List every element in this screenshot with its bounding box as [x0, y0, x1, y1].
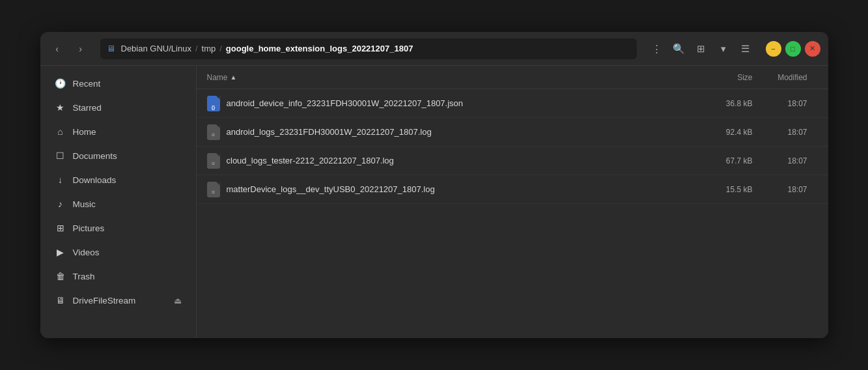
table-row[interactable]: android_device_info_23231FDH30001W_20221…	[197, 89, 828, 118]
home-icon: ⌂	[55, 126, 66, 137]
table-row[interactable]: cloud_logs_tester-2212_20221207_1807.log…	[197, 147, 828, 175]
titlebar: ‹ › 🖥 Debian GNU/Linux / tmp / google_ho…	[40, 32, 828, 66]
file-name: cloud_logs_tester-2212_20221207_1807.log	[227, 156, 688, 165]
sidebar-item-videos[interactable]: ▶ Videos	[44, 240, 192, 264]
os-icon: 🖥	[107, 44, 117, 54]
sidebar-label-downloads: Downloads	[73, 175, 182, 185]
recent-icon: 🕐	[55, 78, 66, 89]
sidebar-item-downloads[interactable]: ↓ Downloads	[44, 168, 192, 192]
sidebar: 🕐 Recent ★ Starred ⌂ Home ☐ Documents ↓ …	[40, 66, 197, 338]
sidebar-label-drivefilestream: DriveFileStream	[73, 296, 167, 306]
window-body: 🕐 Recent ★ Starred ⌂ Home ☐ Documents ↓ …	[40, 66, 828, 338]
sidebar-item-trash[interactable]: 🗑 Trash	[44, 264, 192, 288]
view-toggle-button[interactable]: ▾	[714, 39, 733, 59]
file-list: Name ▲ Size Modified android_device_info…	[197, 66, 828, 338]
sidebar-label-trash: Trash	[73, 272, 182, 281]
sidebar-item-documents[interactable]: ☐ Documents	[44, 144, 192, 167]
window-controls: − □ ✕	[766, 41, 820, 57]
sidebar-label-videos: Videos	[73, 248, 182, 257]
file-icon-wrap	[207, 124, 227, 140]
path-bar[interactable]: 🖥 Debian GNU/Linux / tmp / google_home_e…	[100, 38, 637, 59]
eject-icon[interactable]: ⏏	[174, 296, 182, 306]
sidebar-item-home[interactable]: ⌂ Home	[44, 120, 192, 143]
json-file-icon	[207, 96, 220, 111]
pictures-icon: ⊞	[55, 223, 66, 233]
minimize-button[interactable]: −	[766, 41, 781, 57]
file-size: 92.4 kB	[688, 128, 753, 137]
sidebar-item-music[interactable]: ♪ Music	[44, 192, 192, 216]
sort-arrow-icon: ▲	[231, 74, 237, 81]
sidebar-label-pictures: Pictures	[73, 223, 182, 233]
sidebar-item-drivefilestream[interactable]: 🖥 DriveFileStream ⏏	[44, 289, 192, 312]
music-icon: ♪	[55, 199, 66, 209]
log-file-icon	[207, 153, 220, 169]
sidebar-label-documents: Documents	[73, 151, 182, 161]
path-segment-current: google_home_extension_logs_20221207_1807	[226, 44, 413, 53]
restore-button[interactable]: □	[785, 41, 801, 57]
search-button[interactable]: 🔍	[669, 39, 689, 59]
table-row[interactable]: android_logs_23231FDH30001W_20221207_180…	[197, 118, 828, 147]
starred-icon: ★	[55, 102, 66, 113]
sidebar-item-pictures[interactable]: ⊞ Pictures	[44, 216, 192, 240]
col-size-header[interactable]: Size	[688, 73, 753, 82]
view-list-button[interactable]: ☰	[736, 39, 755, 59]
nav-back-button[interactable]: ‹	[48, 40, 66, 58]
file-manager-window: ‹ › 🖥 Debian GNU/Linux / tmp / google_ho…	[40, 32, 828, 338]
file-modified: 18:07	[753, 128, 818, 137]
path-sep-1: /	[195, 44, 198, 53]
drivefilestream-icon: 🖥	[55, 295, 66, 306]
more-options-button[interactable]: ⋮	[647, 39, 667, 59]
file-size: 15.5 kB	[688, 185, 753, 194]
nav-forward-button[interactable]: ›	[72, 40, 90, 58]
file-modified: 18:07	[753, 185, 818, 194]
path-sep-2: /	[219, 44, 222, 53]
file-list-header: Name ▲ Size Modified	[197, 66, 828, 89]
sidebar-label-music: Music	[73, 199, 182, 209]
downloads-icon: ↓	[55, 175, 66, 185]
documents-icon: ☐	[55, 150, 66, 161]
sidebar-item-recent[interactable]: 🕐 Recent	[44, 72, 192, 95]
close-button[interactable]: ✕	[805, 41, 820, 57]
col-name-header[interactable]: Name ▲	[207, 73, 688, 82]
view-grid-button[interactable]: ⊞	[692, 39, 711, 59]
file-modified: 18:07	[753, 156, 818, 165]
file-size: 67.7 kB	[688, 156, 753, 165]
file-name: android_device_info_23231FDH30001W_20221…	[227, 98, 688, 108]
file-name: matterDevice_logs__dev_ttyUSB0_20221207_…	[227, 184, 688, 194]
file-icon-wrap	[207, 153, 227, 169]
col-modified-header[interactable]: Modified	[753, 73, 818, 82]
sidebar-label-starred: Starred	[73, 103, 182, 113]
path-segment-tmp: tmp	[202, 44, 216, 53]
col-name-label: Name	[207, 73, 228, 82]
path-segment-os: Debian GNU/Linux	[121, 44, 191, 53]
file-size: 36.8 kB	[688, 99, 753, 108]
file-name: android_logs_23231FDH30001W_20221207_180…	[227, 127, 688, 137]
titlebar-actions: ⋮ 🔍 ⊞ ▾ ☰	[647, 39, 755, 59]
sidebar-label-home: Home	[73, 127, 182, 137]
file-icon-wrap	[207, 182, 227, 197]
sidebar-label-recent: Recent	[73, 79, 182, 89]
log-file-icon	[207, 182, 220, 197]
file-modified: 18:07	[753, 99, 818, 108]
file-icon-wrap	[207, 96, 227, 111]
trash-icon: 🗑	[55, 271, 66, 281]
log-file-icon	[207, 124, 220, 140]
table-row[interactable]: matterDevice_logs__dev_ttyUSB0_20221207_…	[197, 175, 828, 204]
sidebar-item-starred[interactable]: ★ Starred	[44, 96, 192, 119]
videos-icon: ▶	[55, 247, 66, 257]
